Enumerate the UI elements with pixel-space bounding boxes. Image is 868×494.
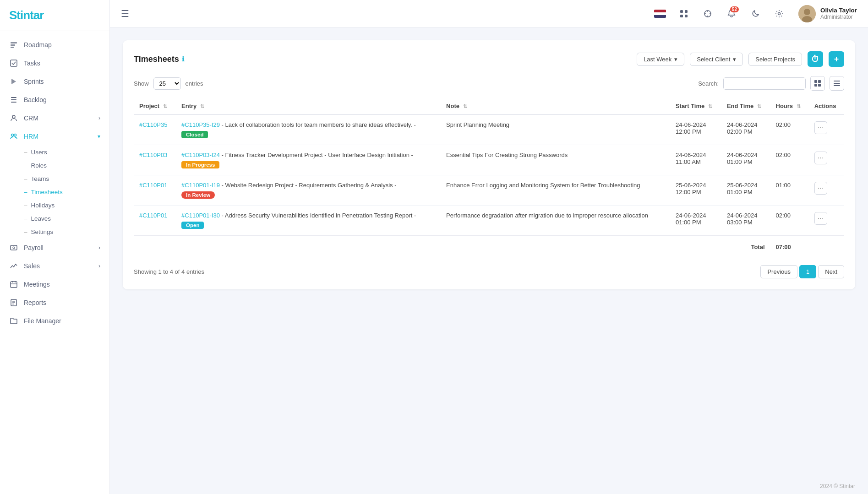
search-label: Search: [698, 80, 719, 87]
action-menu-button-1[interactable]: ··· [814, 152, 827, 164]
svg-rect-40 [834, 85, 840, 86]
sales-icon [9, 261, 18, 271]
sidebar-item-hrm[interactable]: HRM▾ [0, 127, 109, 146]
notifications-icon[interactable]: 52 [723, 5, 740, 22]
period-filter[interactable]: Last Week ▾ [637, 53, 684, 66]
svg-point-8 [12, 115, 15, 118]
roadmap-icon [9, 40, 18, 49]
hrm-submenu: UsersRolesTeamsTimesheetsHolidaysLeavesS… [0, 146, 109, 239]
timesheets-panel: Timesheets ℹ Last Week ▾ Select Client ▾… [123, 40, 855, 289]
col-start-time[interactable]: Start Time ⇅ [670, 98, 721, 114]
entry-link-1[interactable]: #C110P03-I24 [181, 152, 220, 158]
page-1-button[interactable]: 1 [799, 265, 816, 278]
info-icon[interactable]: ℹ [182, 55, 184, 63]
client-filter[interactable]: Select Client ▾ [690, 53, 743, 66]
client-chevron-icon: ▾ [733, 56, 736, 63]
svg-rect-36 [814, 84, 817, 87]
crosshair-icon[interactable] [699, 5, 716, 22]
sidebar-item-label-tasks: Tasks [24, 60, 40, 67]
entries-label: entries [186, 80, 203, 87]
meetings-icon [9, 280, 18, 289]
entries-select[interactable]: 25 10 50 100 [153, 77, 181, 90]
sidebar-item-meetings[interactable]: Meetings [0, 275, 109, 293]
search-input[interactable] [723, 77, 806, 90]
panel-title-text: Timesheets [134, 54, 179, 64]
table-row: #C110P03#C110P03-I24 - Fitness Tracker D… [134, 145, 844, 175]
hours-2: 01:00 [770, 175, 809, 206]
sidebar-item-timesheets[interactable]: Timesheets [24, 185, 109, 199]
sidebar-item-backlog[interactable]: Backlog [0, 91, 109, 109]
previous-button[interactable]: Previous [760, 265, 797, 278]
timesheets-table: Project ⇅ Entry ⇅ Note ⇅ Start Time ⇅ En… [134, 98, 844, 257]
col-note[interactable]: Note ⇅ [441, 98, 670, 114]
sidebar-item-crm[interactable]: CRM› [0, 109, 109, 127]
entry-link-3[interactable]: #C110P01-I30 [181, 212, 220, 219]
settings-icon[interactable] [771, 5, 787, 22]
sidebar-item-label-backlog: Backlog [24, 96, 47, 103]
timer-button[interactable]: ⏱ [808, 51, 823, 67]
sidebar-item-holidays[interactable]: Holidays [24, 199, 109, 212]
col-entry[interactable]: Entry ⇅ [176, 98, 441, 114]
sidebar-nav: RoadmapTasksSprintsBacklogCRM›HRM▾UsersR… [0, 31, 109, 494]
apps-icon[interactable] [676, 5, 692, 22]
sidebar-item-file-manager[interactable]: File Manager [0, 312, 109, 330]
file-manager-icon [9, 316, 18, 326]
svg-rect-1 [11, 44, 15, 46]
col-end-time[interactable]: End Time ⇅ [721, 98, 770, 114]
hamburger-menu[interactable]: ☰ [121, 8, 129, 19]
sidebar-item-tasks[interactable]: Tasks [0, 54, 109, 72]
svg-rect-11 [11, 245, 17, 250]
project-filter[interactable]: Select Projects [748, 53, 802, 66]
notification-badge: 52 [730, 6, 739, 12]
sidebar-item-teams[interactable]: Teams [24, 172, 109, 185]
app-logo: Stintar [0, 0, 109, 31]
entry-link-2[interactable]: #C110P01-I19 [181, 182, 220, 189]
total-label: Total [134, 236, 770, 257]
grid-view-button[interactable] [810, 76, 825, 91]
action-menu-button-2[interactable]: ··· [814, 182, 827, 195]
sidebar-item-payroll[interactable]: Payroll› [0, 239, 109, 257]
project-link-1[interactable]: #C110P03 [139, 152, 167, 158]
sort-icon: ⇅ [708, 103, 712, 109]
client-label: Select Client [697, 56, 730, 63]
sidebar-item-users[interactable]: Users [24, 146, 109, 159]
entry-desc-2: - Website Redesign Project - Requirement… [220, 182, 397, 189]
footer-text: 2024 © Stintar [820, 483, 855, 489]
add-timesheet-button[interactable]: + [829, 51, 844, 67]
pagination-info: Showing 1 to 4 of 4 entries [134, 268, 204, 275]
logo-text: Stintar [9, 8, 44, 22]
sidebar-item-label-payroll: Payroll [24, 244, 44, 251]
col-project[interactable]: Project ⇅ [134, 98, 176, 114]
sidebar-item-leaves[interactable]: Leaves [24, 212, 109, 225]
svg-point-30 [778, 12, 780, 15]
crm-chevron-icon: › [98, 115, 100, 121]
svg-rect-23 [680, 15, 683, 17]
project-link-3[interactable]: #C110P01 [139, 212, 167, 219]
hrm-chevron-icon: ▾ [98, 133, 100, 140]
project-link-0[interactable]: #C110P35 [139, 121, 167, 128]
action-menu-button-3[interactable]: ··· [814, 212, 827, 225]
note-0: Sprint Planning Meeting [441, 114, 670, 145]
main-area: ☰ 52 [110, 0, 868, 494]
next-button[interactable]: Next [818, 265, 844, 278]
sprints-icon [9, 77, 18, 86]
list-view-button[interactable] [830, 76, 844, 91]
action-menu-button-0[interactable]: ··· [814, 121, 827, 134]
entry-link-0[interactable]: #C110P35-I29 [181, 121, 220, 128]
sidebar-item-settings[interactable]: Settings [24, 225, 109, 239]
period-label: Last Week [644, 56, 671, 63]
sidebar-item-sprints[interactable]: Sprints [0, 72, 109, 91]
project-link-2[interactable]: #C110P01 [139, 182, 167, 189]
svg-rect-22 [685, 10, 688, 13]
user-profile[interactable]: Olivia Taylor Administrator [798, 5, 857, 22]
svg-rect-6 [11, 99, 16, 100]
dark-mode-toggle[interactable] [747, 5, 764, 22]
sidebar-item-roadmap[interactable]: Roadmap [0, 36, 109, 54]
col-hours[interactable]: Hours ⇅ [770, 98, 809, 114]
hours-3: 02:00 [770, 206, 809, 236]
entry-badge-1: In Progress [181, 161, 219, 168]
sidebar-item-roles[interactable]: Roles [24, 159, 109, 172]
sidebar-item-sales[interactable]: Sales› [0, 257, 109, 275]
sidebar-item-reports[interactable]: Reports [0, 293, 109, 312]
language-selector[interactable] [652, 5, 668, 22]
